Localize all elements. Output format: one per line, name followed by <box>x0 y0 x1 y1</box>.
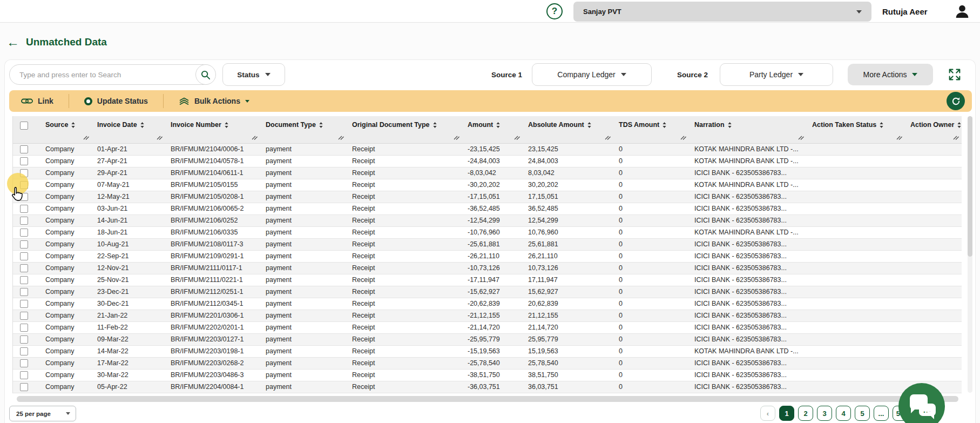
more-actions-button[interactable]: More Actions <box>848 64 933 85</box>
table-row[interactable]: Company10-Aug-21BR/IFMUM/2108/0117-3paym… <box>13 238 962 250</box>
row-checkbox[interactable] <box>20 324 28 332</box>
search-icon[interactable] <box>195 64 216 85</box>
sort-icon[interactable] <box>225 122 228 128</box>
pagination-page-3[interactable]: 3 <box>817 406 832 421</box>
table-row[interactable]: Company23-Dec-21BR/IFMUM/2112/0251-1paym… <box>13 286 962 298</box>
row-checkbox[interactable] <box>20 169 28 177</box>
row-checkbox[interactable] <box>20 240 28 249</box>
pagination-page-1[interactable]: 1 <box>779 406 794 421</box>
vertical-scrollbar-thumb[interactable] <box>968 116 972 257</box>
table-row[interactable]: Company30-Mar-22BR/IFMUM/2203/0486-3paym… <box>13 369 962 381</box>
table-row[interactable]: Company07-May-21BR/IFMUM/2105/0155paymen… <box>13 179 962 191</box>
table-row[interactable]: Company22-Sep-21BR/IFMUM/2109/0291-1paym… <box>13 250 962 262</box>
column-header-action-owner[interactable]: Action Owner <box>905 116 962 143</box>
sort-icon[interactable] <box>587 122 591 128</box>
row-checkbox[interactable] <box>20 347 28 355</box>
column-resize-handle[interactable] <box>798 132 804 142</box>
table-row[interactable]: Company01-Apr-21BR/IFMUM/2104/0006-1paym… <box>13 143 962 155</box>
column-resize-handle[interactable] <box>454 132 459 142</box>
per-page-dropdown[interactable]: 25 per page <box>9 406 76 421</box>
row-checkbox[interactable] <box>20 264 28 272</box>
row-checkbox[interactable] <box>20 157 28 165</box>
row-checkbox[interactable] <box>20 145 28 153</box>
table-row[interactable]: Company09-Mar-22BR/IFMUM/2203/0127-1paym… <box>13 333 962 345</box>
column-header-invoice-date[interactable]: Invoice Date <box>92 116 165 143</box>
column-resize-handle[interactable] <box>157 132 163 142</box>
column-resize-handle[interactable] <box>252 132 258 142</box>
user-avatar-icon[interactable] <box>954 3 971 20</box>
row-checkbox[interactable] <box>20 371 28 379</box>
column-resize-handle[interactable] <box>896 132 902 142</box>
table-row[interactable]: Company12-Nov-21BR/IFMUM/2111/0117-1paym… <box>13 262 962 274</box>
column-header-narration[interactable]: Narration <box>689 116 807 143</box>
row-checkbox[interactable] <box>20 312 28 320</box>
column-resize-handle[interactable] <box>605 132 611 142</box>
sort-icon[interactable] <box>663 122 666 128</box>
sort-icon[interactable] <box>140 122 144 128</box>
column-resize-handle[interactable] <box>953 132 959 142</box>
pagination-prev-button[interactable]: ‹ <box>760 406 775 421</box>
table-row[interactable]: Company29-Apr-21BR/IFMUM/2104/0611-1paym… <box>13 167 962 179</box>
company-selector-dropdown[interactable]: Sanjay PVT <box>573 2 871 22</box>
row-checkbox[interactable] <box>20 359 28 367</box>
table-row[interactable]: Company11-Feb-22BR/IFMUM/2202/0201-1paym… <box>13 321 962 333</box>
table-row[interactable]: Company25-Nov-21BR/IFMUM/2111/0221-1paym… <box>13 274 962 286</box>
column-header-absolute-amount[interactable]: Absolute Amount <box>523 116 613 143</box>
table-row[interactable]: Company21-Jan-22BR/IFMUM/2201/0306-1paym… <box>13 310 962 321</box>
pagination-page-4[interactable]: 4 <box>836 406 851 421</box>
table-row[interactable]: Company17-Mar-22BR/IFMUM/2203/0268-2paym… <box>13 357 962 369</box>
table-row[interactable]: Company14-Jun-21BR/IFMUM/2106/0252paymen… <box>13 214 962 226</box>
table-row[interactable]: Company18-Jun-21BR/IFMUM/2106/0335paymen… <box>13 226 962 238</box>
column-resize-handle[interactable] <box>514 132 520 142</box>
table-row[interactable]: Company30-Dec-21BR/IFMUM/2112/0345-1paym… <box>13 298 962 310</box>
column-header-document-type[interactable]: Document Type <box>260 116 347 143</box>
refresh-button[interactable] <box>947 92 965 110</box>
vertical-scrollbar[interactable] <box>968 116 972 393</box>
sort-icon[interactable] <box>496 122 500 128</box>
row-checkbox[interactable] <box>20 383 28 391</box>
help-icon[interactable]: ? <box>546 3 563 19</box>
row-checkbox[interactable] <box>20 229 28 237</box>
table-row[interactable]: Company14-Mar-22BR/IFMUM/2203/0198-1paym… <box>13 345 962 357</box>
column-header-amount[interactable]: Amount <box>462 116 523 143</box>
horizontal-scrollbar[interactable] <box>17 396 958 402</box>
sort-icon[interactable] <box>957 122 961 128</box>
column-resize-handle[interactable] <box>83 132 89 142</box>
column-header-tds-amount[interactable]: TDS Amount <box>613 116 689 143</box>
sort-icon[interactable] <box>880 122 883 128</box>
row-checkbox[interactable] <box>20 288 28 296</box>
column-header-invoice-number[interactable]: Invoice Number <box>165 116 260 143</box>
pagination-page-[interactable]: ... <box>874 406 889 421</box>
row-checkbox[interactable] <box>20 181 28 189</box>
column-header-source[interactable]: Source <box>40 116 92 143</box>
back-arrow-icon[interactable]: ← <box>6 36 19 49</box>
row-checkbox[interactable] <box>20 193 28 201</box>
source1-dropdown[interactable]: Company Ledger <box>532 63 652 86</box>
search-input[interactable] <box>10 71 196 79</box>
row-checkbox[interactable] <box>20 276 28 284</box>
source2-dropdown[interactable]: Party Ledger <box>720 63 833 86</box>
sort-icon[interactable] <box>71 122 75 128</box>
bulk-actions-button[interactable]: Bulk Actions <box>175 97 253 105</box>
fullscreen-expand-icon[interactable] <box>947 67 962 82</box>
link-button[interactable]: Link <box>18 97 57 105</box>
select-all-checkbox[interactable] <box>20 122 28 130</box>
update-status-button[interactable]: Update Status <box>81 97 151 105</box>
status-filter-dropdown[interactable]: Status <box>222 63 285 86</box>
column-resize-handle[interactable] <box>338 132 344 142</box>
row-checkbox[interactable] <box>20 300 28 308</box>
table-row[interactable]: Company27-Apr-21BR/IFMUM/2104/0578-1paym… <box>13 155 962 167</box>
table-row[interactable]: Company12-May-21BR/IFMUM/2105/0208-1paym… <box>13 191 962 203</box>
sort-icon[interactable] <box>319 122 323 128</box>
pagination-page-5[interactable]: 5 <box>855 406 870 421</box>
sort-icon[interactable] <box>433 122 437 128</box>
row-checkbox[interactable] <box>20 205 28 213</box>
row-checkbox[interactable] <box>20 217 28 225</box>
row-checkbox[interactable] <box>20 335 28 344</box>
column-header-original-document-type[interactable]: Original Document Type <box>347 116 462 143</box>
pagination-page-2[interactable]: 2 <box>798 406 813 421</box>
column-header-action-taken-status[interactable]: Action Taken Status <box>807 116 905 143</box>
table-row[interactable]: Company03-Jun-21BR/IFMUM/2106/0065-2paym… <box>13 203 962 214</box>
column-resize-handle[interactable] <box>680 132 686 142</box>
sort-icon[interactable] <box>728 122 732 128</box>
